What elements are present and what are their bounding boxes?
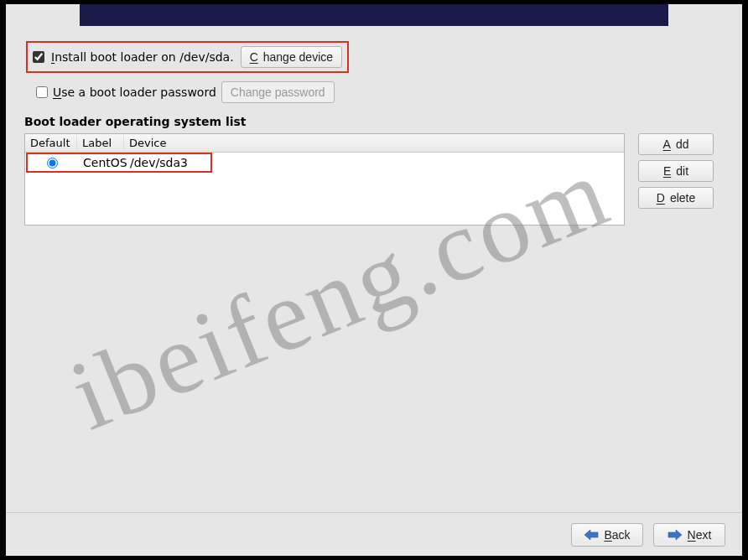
bootloader-password-checkbox[interactable] [36, 86, 48, 98]
install-bootloader-label: Install boot loader on /dev/sda. [51, 50, 234, 64]
install-bootloader-highlight: Install boot loader on /dev/sda. Change … [26, 41, 349, 73]
bootloader-password-label: Use a boot loader password [53, 86, 216, 99]
os-list-title: Boot loader operating system list [24, 115, 724, 128]
svg-marker-1 [668, 530, 682, 540]
header-device[interactable]: Device [124, 135, 624, 151]
add-button[interactable]: Add [638, 133, 714, 155]
footer-bar: Back Next [6, 512, 742, 556]
title-bar [80, 4, 668, 26]
row-label-cell: CentOS [78, 154, 125, 171]
svg-marker-0 [584, 530, 598, 540]
header-default[interactable]: Default [25, 135, 77, 151]
table-row[interactable]: CentOS /dev/sda3 [26, 153, 212, 173]
next-button[interactable]: Next [653, 523, 725, 547]
installer-window: ibeifeng.com Install boot loader on /dev… [6, 4, 742, 556]
os-list-buttons: Add Edit Delete [638, 133, 714, 226]
row-default-cell [26, 156, 78, 170]
content-pane: ibeifeng.com Install boot loader on /dev… [6, 26, 742, 512]
table-header: Default Label Device [25, 134, 624, 153]
delete-button[interactable]: Delete [638, 187, 714, 209]
install-bootloader-checkbox[interactable] [33, 51, 44, 63]
change-device-button[interactable]: Change device [241, 46, 342, 68]
row-device-cell: /dev/sda3 [125, 154, 193, 171]
default-os-radio[interactable] [47, 158, 58, 169]
edit-button[interactable]: Edit [638, 160, 714, 182]
header-label[interactable]: Label [77, 135, 124, 151]
arrow-right-icon [667, 529, 683, 541]
os-list-table[interactable]: Default Label Device CentOS /dev/sda3 [24, 133, 625, 226]
change-password-button: Change password [221, 81, 335, 103]
back-button[interactable]: Back [571, 523, 643, 547]
arrow-left-icon [584, 529, 599, 541]
